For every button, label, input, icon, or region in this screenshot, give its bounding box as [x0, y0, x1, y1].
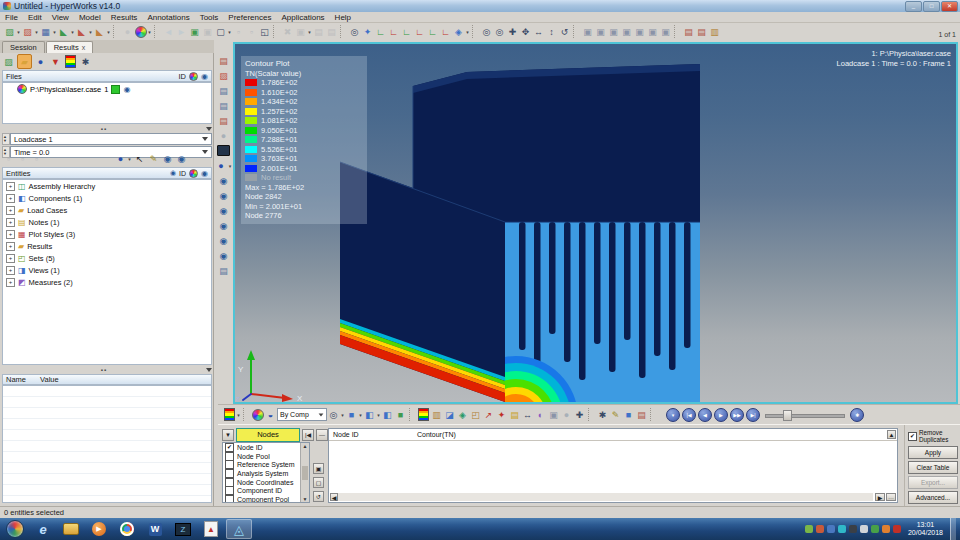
layout-9-icon[interactable]: ▣ — [659, 25, 672, 38]
tray-icon[interactable] — [860, 525, 868, 533]
chevron-down-icon[interactable]: ▾ — [228, 163, 233, 169]
animation-settings-button[interactable]: ✱ — [850, 408, 864, 422]
chevron-down-icon[interactable]: ▾ — [236, 412, 241, 418]
chevron-down-icon[interactable]: ▾ — [465, 29, 470, 35]
tray-icon[interactable] — [849, 525, 857, 533]
hide-selected-icon[interactable]: ◉ — [217, 204, 230, 217]
field-node-id[interactable]: ✔Node ID — [223, 443, 309, 452]
panel-splitter[interactable]: ▪▪ — [2, 125, 212, 132]
arrows-h-icon[interactable]: ↔ — [532, 25, 545, 38]
tree-expand-icon[interactable]: + — [6, 242, 15, 251]
chevron-down-icon[interactable]: ▾ — [106, 29, 111, 35]
tree-expand-icon[interactable]: + — [6, 230, 15, 239]
field-component-id[interactable]: Component ID — [223, 486, 309, 495]
menu-results[interactable]: Results — [106, 13, 143, 22]
zoom-in-icon[interactable]: ◎ — [480, 25, 493, 38]
checkbox[interactable] — [225, 486, 234, 495]
zoom-box-icon[interactable]: ◎ — [348, 25, 361, 38]
entities-item-measures[interactable]: +◩Measures (2) — [3, 276, 211, 288]
forward-icon[interactable]: ► — [175, 25, 188, 38]
show-desktop-button[interactable] — [950, 518, 956, 540]
remove-duplicates-checkbox[interactable]: ✔ — [908, 432, 917, 441]
window-1-icon[interactable]: ▫ — [232, 25, 245, 38]
minimize-button[interactable]: _ — [905, 1, 922, 12]
file-color-swatch[interactable] — [111, 85, 120, 94]
shaded-icon[interactable]: ■▾ — [345, 408, 363, 421]
tray-icon[interactable] — [816, 525, 824, 533]
tree-expand-icon[interactable]: + — [6, 182, 15, 191]
checkbox[interactable] — [225, 469, 234, 478]
checkbox[interactable] — [225, 478, 234, 487]
new-page-icon[interactable]: ▤ — [217, 99, 230, 112]
loadcase-spinner[interactable]: ▲▼ — [2, 133, 10, 145]
wireframe-icon[interactable]: ◎▾ — [327, 408, 345, 421]
display-sphere-icon[interactable]: ● — [34, 55, 47, 68]
file-row[interactable]: P:\Physica\laser.case 1 ◉ — [3, 83, 211, 94]
expand-all-icon[interactable]: ▫ — [16, 153, 29, 166]
color-palette-icon[interactable]: ▾ — [134, 25, 152, 38]
tray-icon[interactable] — [838, 525, 846, 533]
open-report-icon[interactable]: ▨▾ — [21, 25, 39, 38]
add-selection-button[interactable]: ▣ — [313, 463, 324, 474]
refresh-selection-button[interactable]: ↺ — [313, 491, 324, 502]
measures-icon[interactable]: ↔ — [521, 408, 534, 421]
delete-page-icon[interactable]: ▣ — [201, 25, 214, 38]
loadcase-select[interactable]: Loadcase 1 — [10, 133, 212, 145]
tab-session[interactable]: Session — [2, 41, 45, 53]
back-icon[interactable]: ◄ — [162, 25, 175, 38]
explorer-icon[interactable] — [58, 519, 84, 539]
last-frame-button[interactable]: ▶| — [746, 408, 760, 422]
overlay-page-icon[interactable]: ▤ — [682, 25, 695, 38]
start-button[interactable] — [2, 519, 28, 539]
show-selected-icon[interactable]: ◉ — [217, 189, 230, 202]
file-visibility-icon[interactable]: ◉ — [123, 85, 130, 94]
chrome-icon[interactable] — [114, 519, 140, 539]
add-page-icon[interactable]: ▣ — [188, 25, 201, 38]
menu-preferences[interactable]: Preferences — [223, 13, 276, 22]
clear-table-button[interactable]: Clear Table — [908, 461, 958, 474]
tab-close-icon[interactable]: x — [82, 44, 86, 51]
menu-annotations[interactable]: Annotations — [142, 13, 194, 22]
taskbar-clock[interactable]: 13:01 20/04/2018 — [904, 521, 947, 537]
iso-plot-icon[interactable]: ▥ — [430, 408, 443, 421]
unmask-icon[interactable]: ◉ — [217, 234, 230, 247]
tracking-icon[interactable]: ◐ — [534, 408, 547, 421]
files-tree[interactable]: P:\Physica\laser.case 1 ◉ — [2, 82, 212, 124]
rotate-icon[interactable]: ↺ — [558, 25, 571, 38]
import-result-icon[interactable]: ▼ — [49, 55, 62, 68]
cut-icon[interactable]: ✖ — [281, 25, 294, 38]
table-hscroll[interactable]: ◀ — [330, 493, 873, 501]
isolate-icon[interactable]: ◉ — [217, 219, 230, 232]
checkbox[interactable] — [225, 495, 234, 503]
advanced-button[interactable]: Advanced... — [908, 491, 958, 504]
position-icon[interactable]: ✚ — [573, 408, 586, 421]
section-cut-icon[interactable]: ◪ — [443, 408, 456, 421]
delete-page-icon[interactable]: ▤ — [217, 54, 230, 67]
layout-8-icon[interactable]: ▣ — [646, 25, 659, 38]
reverse-display-icon[interactable]: ◉ — [217, 249, 230, 262]
expand-window-icon[interactable]: ◱ — [258, 25, 271, 38]
axis-xy-icon[interactable]: ∟ — [374, 25, 387, 38]
tree-expand-icon[interactable]: ▨ — [2, 55, 15, 68]
collapse-list-button[interactable]: |◀ — [302, 429, 314, 441]
monitor-icon[interactable] — [217, 144, 230, 157]
axis-xz-icon[interactable]: ∟ — [400, 25, 413, 38]
table-scroll-right[interactable]: ▶ — [875, 493, 885, 501]
layout-4-icon[interactable]: ▣ — [620, 25, 633, 38]
table-more-button[interactable]: … — [886, 493, 896, 501]
open-model-icon[interactable]: ▨▾ — [3, 25, 21, 38]
paste-icon[interactable]: ▤ — [312, 25, 325, 38]
remove-selection-button[interactable]: ▢ — [313, 477, 324, 488]
nodes-collector-button[interactable]: Nodes — [236, 428, 300, 442]
tree-expand-icon[interactable]: + — [6, 206, 15, 215]
layout-1-icon[interactable]: ▣ — [581, 25, 594, 38]
menu-applications[interactable]: Applications — [276, 13, 329, 22]
tree-expand-icon[interactable]: + — [6, 254, 15, 263]
checkbox[interactable] — [225, 452, 234, 461]
entities-item-results[interactable]: +▰Results — [3, 240, 211, 252]
zoom-plus-icon[interactable]: ✚ — [506, 25, 519, 38]
play-button[interactable]: ▶ — [714, 408, 728, 422]
minimize-panel-button[interactable]: — — [316, 429, 328, 441]
show-all-icon[interactable]: ◉ — [217, 174, 230, 187]
paste-special-icon[interactable]: ▤ — [325, 25, 338, 38]
